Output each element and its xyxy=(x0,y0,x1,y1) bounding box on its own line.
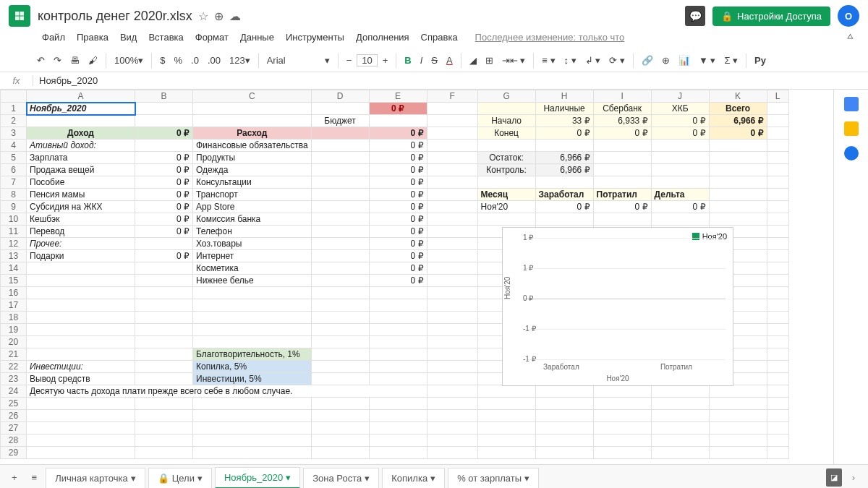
col-header-F[interactable]: F xyxy=(427,90,477,103)
cell[interactable]: ХКБ xyxy=(651,103,709,115)
dec-decimal-button[interactable]: .0 xyxy=(187,53,203,68)
size-plus[interactable]: + xyxy=(379,53,392,68)
menu-tools[interactable]: Инструменты xyxy=(281,30,349,44)
row-header[interactable]: 9 xyxy=(1,201,27,213)
col-header-C[interactable]: C xyxy=(193,90,312,103)
link-button[interactable]: 🔗 xyxy=(638,53,657,68)
row-header[interactable]: 21 xyxy=(1,348,27,361)
sheet-tab[interactable]: Личная карточка ▾ xyxy=(46,468,145,488)
tasks-icon[interactable] xyxy=(844,146,859,160)
cell[interactable]: 33 ₽ xyxy=(535,115,593,127)
functions-button[interactable]: Σ ▾ xyxy=(720,53,741,68)
currency-button[interactable]: $ xyxy=(156,53,169,68)
sheet-tab[interactable]: 🔒Цели ▾ xyxy=(148,468,212,488)
col-header-E[interactable]: E xyxy=(369,90,427,103)
cell[interactable]: Всего xyxy=(709,103,767,115)
text-color-button[interactable]: A xyxy=(443,53,456,68)
cell[interactable]: Зарплата xyxy=(27,152,135,164)
comments-button[interactable]: 💬 xyxy=(685,6,705,26)
cell[interactable]: 0 ₽ xyxy=(593,201,651,213)
menu-view[interactable]: Вид xyxy=(116,30,142,44)
merge-button[interactable]: ⇥⇤ ▾ xyxy=(498,53,529,68)
row-header[interactable]: 5 xyxy=(1,152,27,164)
menu-format[interactable]: Формат xyxy=(191,30,233,44)
cell[interactable]: Заработал xyxy=(535,189,593,201)
cell[interactable]: 0 ₽ xyxy=(369,189,427,201)
row-header[interactable]: 6 xyxy=(1,164,27,176)
row-header[interactable]: 14 xyxy=(1,262,27,275)
row-header[interactable]: 19 xyxy=(1,324,27,336)
cell[interactable]: 0 ₽ xyxy=(135,189,193,201)
share-button[interactable]: 🔒Настройки Доступа xyxy=(712,7,830,26)
cell[interactable]: Расход xyxy=(193,127,312,140)
cell[interactable]: 0 ₽ xyxy=(535,127,593,140)
row-header[interactable]: 16 xyxy=(1,287,27,299)
number-format-button[interactable]: 123 ▾ xyxy=(226,53,254,68)
script-button[interactable]: Рy xyxy=(751,53,770,68)
document-title[interactable]: контроль денег 2020r.xlsx xyxy=(38,9,192,24)
v-align-button[interactable]: ↕ ▾ xyxy=(561,53,580,68)
calendar-icon[interactable] xyxy=(844,97,859,111)
cell[interactable]: 0 ₽ xyxy=(135,201,193,213)
row-header[interactable]: 29 xyxy=(1,447,27,459)
cell[interactable]: Подарки xyxy=(27,250,135,262)
cell[interactable]: Прочее: xyxy=(27,238,135,250)
cell[interactable]: Транспорт xyxy=(193,189,312,201)
comment-button[interactable]: ⊕ xyxy=(658,53,673,68)
row-header[interactable]: 13 xyxy=(1,250,27,262)
sheet-tab[interactable]: % от зарплаты ▾ xyxy=(448,468,539,488)
redo-button[interactable]: ↷ xyxy=(50,53,65,68)
filter-button[interactable]: ▼ ▾ xyxy=(695,53,719,68)
row-header[interactable]: 7 xyxy=(1,176,27,189)
row-header[interactable]: 25 xyxy=(1,398,27,410)
row-header[interactable]: 28 xyxy=(1,435,27,447)
col-header-I[interactable]: I xyxy=(593,90,651,103)
cell[interactable]: Инвестиции, 5% xyxy=(193,373,312,385)
italic-button[interactable]: I xyxy=(417,53,427,68)
row-header[interactable]: 26 xyxy=(1,410,27,422)
inc-decimal-button[interactable]: .00 xyxy=(204,53,224,68)
cell[interactable]: Финансовые обязательства xyxy=(193,140,312,152)
paint-format-button[interactable]: 🖌 xyxy=(85,53,101,68)
cell[interactable]: Субсидия на ЖКХ xyxy=(27,201,135,213)
row-header[interactable]: 4 xyxy=(1,140,27,152)
last-edit-link[interactable]: Последнее изменение: только что xyxy=(471,30,629,44)
wrap-button[interactable]: ↲ ▾ xyxy=(582,53,605,68)
row-header[interactable]: 12 xyxy=(1,238,27,250)
row-header[interactable]: 20 xyxy=(1,336,27,348)
spreadsheet-grid[interactable]: A B C D E F G H I J K L 1 Ноябрь_2020 0 … xyxy=(0,90,833,464)
percent-button[interactable]: % xyxy=(170,53,186,68)
cell[interactable]: 0 ₽ xyxy=(135,127,193,140)
cell[interactable]: 0 ₽ xyxy=(369,213,427,226)
sheet-tab-active[interactable]: Ноябрь_2020 ▾ xyxy=(215,467,300,489)
menu-edit[interactable]: Правка xyxy=(72,30,113,44)
cell[interactable]: 6,966 ₽ xyxy=(709,115,767,127)
row-header[interactable]: 2 xyxy=(1,115,27,127)
row-header[interactable]: 1 xyxy=(1,103,27,115)
cell[interactable]: 0 ₽ xyxy=(709,127,767,140)
embedded-chart[interactable]: Ноя'20 Ноя'20 1 ₽ 1 ₽ 0 ₽ -1 ₽ -1 ₽ Зара… xyxy=(502,227,733,386)
col-header-L[interactable]: L xyxy=(767,90,788,103)
cell[interactable]: 0 ₽ xyxy=(369,226,427,238)
row-header[interactable]: 23 xyxy=(1,373,27,385)
cell[interactable]: 0 ₽ xyxy=(135,152,193,164)
cell[interactable]: Комиссия банка xyxy=(193,213,312,226)
print-button[interactable]: 🖶 xyxy=(67,53,83,68)
cell[interactable]: 0 ₽ xyxy=(369,201,427,213)
h-align-button[interactable]: ≡ ▾ xyxy=(538,53,558,68)
cell[interactable]: Копилка, 5% xyxy=(193,361,312,373)
col-header-J[interactable]: J xyxy=(651,90,709,103)
sheet-tab[interactable]: Зона Роста ▾ xyxy=(303,468,379,488)
size-minus[interactable]: − xyxy=(343,53,356,68)
row-header[interactable]: 24 xyxy=(1,385,27,398)
row-header[interactable]: 10 xyxy=(1,213,27,226)
cell[interactable]: Одежда xyxy=(193,164,312,176)
cell[interactable]: 0 ₽ xyxy=(135,176,193,189)
formula-bar[interactable]: Ноябрь_2020 xyxy=(33,74,868,87)
cell[interactable]: Ноябрь_2020 xyxy=(27,103,135,115)
row-header[interactable]: 27 xyxy=(1,422,27,435)
cell[interactable]: Вывод средств xyxy=(27,373,135,385)
font-size-input[interactable]: 10 xyxy=(357,54,377,67)
cell[interactable]: 0 ₽ xyxy=(135,226,193,238)
cell[interactable]: Кешбэк xyxy=(27,213,135,226)
